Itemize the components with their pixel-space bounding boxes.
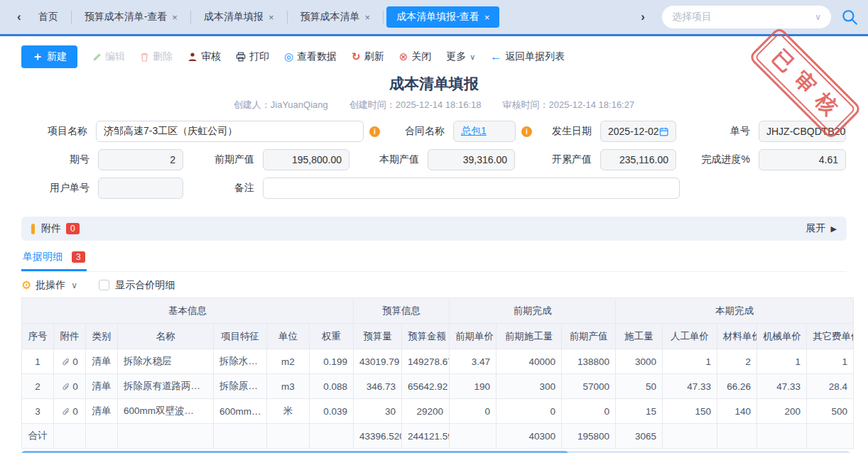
new-button[interactable]: ＋ 新建 <box>21 45 77 68</box>
cum-output-field[interactable]: 235,116.00 <box>600 149 676 170</box>
page-title: 成本清单填报 <box>0 74 868 94</box>
remark-field[interactable] <box>263 178 680 199</box>
cell <box>663 424 717 449</box>
cell: 拆除原有道路两… <box>118 374 214 399</box>
column-header: 类别 <box>86 324 118 349</box>
group-header: 预算信息 <box>354 298 450 324</box>
chevron-down-icon: ∨ <box>470 53 475 62</box>
period-field[interactable]: 2 <box>98 149 183 170</box>
batch-operation-button[interactable]: ⚙ 批操作 ∨ <box>21 278 77 292</box>
user-doc-no-field[interactable] <box>98 178 183 199</box>
tab-separator <box>190 11 191 23</box>
cell <box>717 424 757 449</box>
table-group-header-row: 基本信息预算信息前期完成本期完成 <box>22 298 854 324</box>
tab-budget-cost-list-view[interactable]: 预算成本清单-查看 × <box>75 6 188 28</box>
more-button[interactable]: 更多 ∨ <box>446 50 475 63</box>
refresh-button[interactable]: ↻ 刷新 <box>352 50 384 63</box>
contract-name-field[interactable]: 总包1 <box>453 121 516 142</box>
close-doc-button[interactable]: ⊗ 关闭 <box>399 50 432 63</box>
cell <box>54 424 86 449</box>
tabs-scroll-left-icon[interactable]: ‹ <box>10 10 28 24</box>
progress-field[interactable]: 4.61 <box>759 149 846 170</box>
cell: 3065 <box>616 424 663 449</box>
column-header: 机械单价 <box>757 324 807 349</box>
period-label: 期号 <box>21 153 98 166</box>
cell: 0 <box>562 399 616 424</box>
cell: 1 <box>663 349 717 374</box>
column-header: 前期单价 <box>450 324 497 349</box>
show-price-detail-checkbox[interactable] <box>99 280 109 290</box>
table-row[interactable]: 10清单拆除水稳层拆除水…m20.19943019.79149278.673.4… <box>22 349 854 374</box>
create-time: 创建时间：2025-12-14 18:16:18 <box>349 99 482 111</box>
delete-button[interactable]: 删除 <box>140 50 173 63</box>
toolbar: ＋ 新建 编辑 删除 审核 打印 ◎ 查看数据 ↻ 刷新 ⊗ 关闭 更多 ∨ ←… <box>0 36 868 68</box>
tab-separator <box>287 11 288 23</box>
close-icon[interactable]: × <box>268 12 274 23</box>
table-row[interactable]: 20清单拆除原有道路两…拆除原…m30.088346.7365642.92190… <box>22 374 854 399</box>
tab-budget-cost-list[interactable]: 预算成本清单 × <box>291 6 381 28</box>
column-header: 附件 <box>54 324 86 349</box>
chevron-down-icon: ∨ <box>71 280 77 290</box>
cell <box>214 424 267 449</box>
table-row[interactable]: 30清单600mm双壁波…600mm…米0.039302920000015150… <box>22 399 854 424</box>
audit-button[interactable]: 审核 <box>188 50 221 63</box>
back-to-list-button[interactable]: ← 返回单据列表 <box>490 50 565 63</box>
search-icon <box>841 9 858 26</box>
close-icon[interactable]: × <box>172 12 178 23</box>
column-header: 项目特征 <box>214 324 267 349</box>
cell: 清单 <box>86 374 118 399</box>
tabs-scroll-right-icon[interactable]: › <box>634 10 652 24</box>
attachment-cell[interactable]: 0 <box>54 399 86 424</box>
doc-no-field[interactable]: JHJZ-CBQDTB2025 <box>759 121 846 142</box>
tab-cost-list-fill[interactable]: 成本清单填报 × <box>194 6 284 28</box>
cell: m2 <box>267 349 310 374</box>
calendar-icon[interactable] <box>659 126 668 137</box>
tab-cost-list-fill-view-active[interactable]: 成本清单填报-查看 × <box>386 6 499 28</box>
group-header: 本期完成 <box>616 298 854 324</box>
cell: 0.039 <box>310 399 354 424</box>
edit-button[interactable]: 编辑 <box>92 50 125 63</box>
column-header: 前期施工量 <box>497 324 562 349</box>
remark-label: 备注 <box>183 182 263 195</box>
prev-output-field[interactable]: 195,800.00 <box>263 149 349 170</box>
cell: 149278.67 <box>402 349 450 374</box>
attachment-cell[interactable]: 0 <box>54 349 86 374</box>
cell: 138800 <box>562 349 616 374</box>
occur-date-field[interactable]: 2025-12-02 <box>600 121 676 142</box>
cell: 15 <box>616 399 663 424</box>
table-column-header-row: 序号附件类别名称项目特征单位权重预算量预算金额前期单价前期施工量前期产值施工量人… <box>22 324 854 349</box>
print-button[interactable]: 打印 <box>236 50 269 63</box>
column-header: 预算量 <box>354 324 402 349</box>
column-header: 材料单价 <box>717 324 757 349</box>
project-name-field[interactable]: 济邹高速7-3工区（庆虹公司） <box>96 121 364 142</box>
contract-link[interactable]: 总包1 <box>461 125 487 138</box>
attachment-cell[interactable]: 0 <box>54 374 86 399</box>
cell: 拆除水稳层 <box>118 349 214 374</box>
close-icon[interactable]: × <box>484 12 490 23</box>
cell: 2 <box>717 349 757 374</box>
project-select[interactable]: 选择项目 ∨ <box>662 6 831 28</box>
close-icon[interactable]: × <box>365 12 371 23</box>
cur-output-field[interactable]: 39,316.00 <box>428 149 515 170</box>
cell: 0.199 <box>310 349 354 374</box>
column-header: 其它费单价 <box>807 324 854 349</box>
triangle-right-icon: ▶ <box>831 224 837 234</box>
paperclip-icon <box>61 382 70 391</box>
chevron-down-icon: ∨ <box>815 12 821 22</box>
view-data-button[interactable]: ◎ 查看数据 <box>284 50 337 63</box>
tab-separator <box>71 11 72 23</box>
detail-table: 基本信息预算信息前期完成本期完成序号附件类别名称项目特征单位权重预算量预算金额前… <box>21 298 854 449</box>
view-data-icon: ◎ <box>284 50 293 63</box>
cell: 150 <box>663 399 717 424</box>
table-total-row[interactable]: 合计43396.520244121.590403001958003065 <box>22 424 854 449</box>
doc-form: 项目名称 济邹高速7-3工区（庆虹公司） i 合同名称 总包1 i 发生日期 2… <box>21 117 847 202</box>
cell: 3 <box>22 399 54 424</box>
info-icon[interactable]: i <box>521 126 532 137</box>
cell: 600mm… <box>214 399 267 424</box>
info-icon[interactable]: i <box>369 126 380 137</box>
expand-button[interactable]: 展开 ▶ <box>806 222 837 235</box>
search-button[interactable] <box>841 9 858 26</box>
tab-doc-detail[interactable]: 单据明细 3 <box>21 251 87 271</box>
tab-home[interactable]: 首页 <box>28 6 68 28</box>
project-name-label: 项目名称 <box>21 125 96 138</box>
